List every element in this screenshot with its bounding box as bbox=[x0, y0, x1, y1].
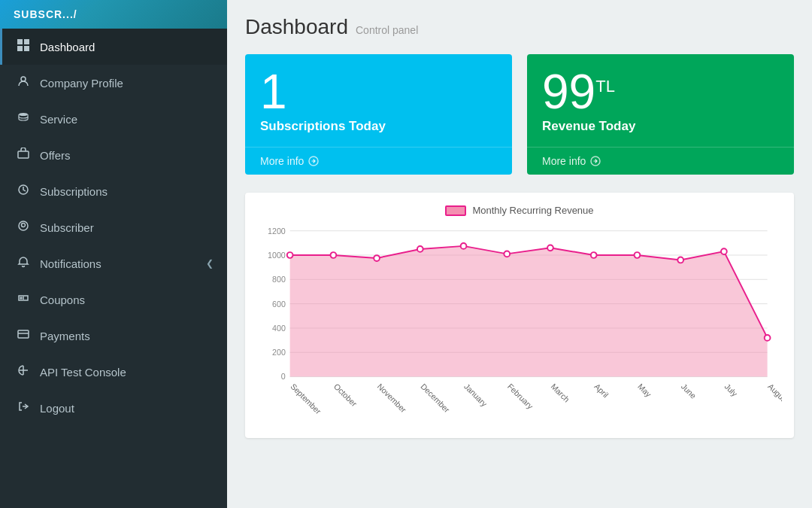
chart-legend-label: Monthly Recurring Revenue bbox=[472, 205, 593, 216]
nav-icon-logout bbox=[16, 400, 31, 415]
y-tick-label: 1200 bbox=[268, 227, 286, 236]
svg-rect-12 bbox=[18, 330, 29, 338]
nav-icon-company-profile bbox=[16, 75, 31, 90]
arrow-circle-icon bbox=[308, 156, 319, 166]
y-tick-label: 800 bbox=[272, 275, 286, 284]
nav-label-coupons: Coupons bbox=[40, 294, 85, 306]
x-tick-label: May bbox=[636, 382, 653, 399]
nav-label-payments: Payments bbox=[40, 330, 90, 342]
sidebar-item-coupons[interactable]: Coupons bbox=[0, 281, 227, 318]
y-tick-label: 0 bbox=[281, 372, 286, 381]
x-tick-label: September bbox=[289, 382, 323, 416]
nav-label-notifications: Notifications bbox=[40, 257, 102, 270]
sidebar-item-payments[interactable]: Payments bbox=[0, 318, 227, 354]
chart-area bbox=[290, 246, 768, 377]
sidebar-item-offers[interactable]: Offers bbox=[0, 137, 227, 173]
data-point bbox=[721, 248, 727, 254]
main-content: Dashboard Control panel 1 Subscriptions … bbox=[227, 0, 812, 508]
x-tick-label: November bbox=[376, 382, 409, 415]
data-point bbox=[374, 255, 380, 261]
card-suffix-revenue-today: TL bbox=[595, 77, 615, 96]
chart-legend: Monthly Recurring Revenue bbox=[257, 205, 782, 216]
nav-icon-coupons bbox=[16, 292, 31, 307]
y-tick-label: 200 bbox=[272, 348, 286, 357]
data-point bbox=[635, 252, 641, 258]
data-point bbox=[330, 252, 336, 258]
nav-label-dashboard: Dashboard bbox=[40, 41, 95, 53]
y-tick-label: 1000 bbox=[268, 251, 286, 260]
nav-label-api-test-console: API Test Console bbox=[40, 366, 126, 379]
svg-rect-1 bbox=[24, 39, 29, 44]
sidebar-item-notifications[interactable]: Notifications ❮ bbox=[0, 245, 227, 281]
card-revenue-today: 99TL Revenue Today More info bbox=[527, 54, 794, 175]
sidebar-header: SUBSCR.../ bbox=[0, 0, 227, 29]
card-value-revenue-today: 99TL bbox=[542, 68, 779, 116]
card-subscriptions-today: 1 Subscriptions Today More info bbox=[245, 54, 512, 175]
nav-icon-dashboard bbox=[16, 39, 31, 54]
svg-rect-3 bbox=[24, 46, 29, 51]
card-label-revenue-today: Revenue Today bbox=[542, 119, 779, 144]
cards-row: 1 Subscriptions Today More info 99TL Rev… bbox=[245, 54, 794, 175]
nav-arrow-notifications: ❮ bbox=[206, 258, 214, 269]
nav-label-subscriber: Subscriber bbox=[40, 221, 94, 234]
card-label-subscriptions-today: Subscriptions Today bbox=[260, 119, 497, 144]
x-tick-label: October bbox=[332, 382, 359, 409]
sidebar-item-subscriptions[interactable]: Subscriptions bbox=[0, 173, 227, 209]
data-point bbox=[591, 252, 597, 258]
data-point bbox=[547, 245, 553, 251]
sidebar-item-logout[interactable]: Logout bbox=[0, 390, 227, 426]
sidebar-item-api-test-console[interactable]: API Test Console bbox=[0, 354, 227, 390]
nav-icon-subscriptions bbox=[16, 184, 31, 199]
sidebar-nav: Dashboard Company Profile Service Offers… bbox=[0, 29, 227, 508]
legend-box bbox=[445, 205, 466, 216]
card-value-subscriptions-today: 1 bbox=[260, 68, 497, 116]
nav-label-service: Service bbox=[40, 113, 77, 126]
x-tick-label: August bbox=[766, 382, 782, 406]
nav-icon-offers bbox=[16, 148, 31, 163]
nav-icon-payments bbox=[16, 328, 31, 343]
svg-rect-0 bbox=[17, 39, 23, 44]
page-title: Dashboard bbox=[245, 15, 348, 39]
nav-label-subscriptions: Subscriptions bbox=[40, 185, 108, 198]
sidebar-item-subscriber[interactable]: Subscriber bbox=[0, 209, 227, 245]
sidebar-item-dashboard[interactable]: Dashboard bbox=[0, 29, 227, 65]
x-tick-label: January bbox=[462, 382, 489, 409]
card-footer-revenue-today[interactable]: More info bbox=[527, 147, 794, 175]
nav-icon-api-test-console bbox=[16, 364, 31, 379]
svg-point-8 bbox=[22, 224, 26, 227]
arrow-circle-icon bbox=[590, 156, 601, 166]
sidebar-item-company-profile[interactable]: Company Profile bbox=[0, 65, 227, 101]
sidebar-item-service[interactable]: Service bbox=[0, 101, 227, 137]
nav-label-company-profile: Company Profile bbox=[40, 77, 123, 90]
y-tick-label: 600 bbox=[272, 300, 286, 309]
x-tick-label: April bbox=[592, 382, 611, 400]
data-point bbox=[765, 335, 771, 341]
sidebar-brand: SUBSCR.../ bbox=[14, 8, 77, 20]
page-subtitle: Control panel bbox=[356, 24, 418, 36]
svg-point-10 bbox=[20, 297, 22, 299]
nav-label-logout: Logout bbox=[40, 402, 74, 415]
x-tick-label: December bbox=[419, 382, 452, 415]
chart-container: Monthly Recurring Revenue 02004006008001… bbox=[245, 193, 794, 438]
nav-icon-service bbox=[16, 111, 31, 126]
sidebar: SUBSCR.../ Dashboard Company Profile Ser… bbox=[0, 0, 227, 508]
nav-icon-subscriber bbox=[16, 220, 31, 235]
x-tick-label: July bbox=[723, 382, 739, 398]
svg-point-4 bbox=[21, 77, 26, 81]
chart-svg: 020040060080010001200SeptemberOctoberNov… bbox=[257, 224, 782, 427]
nav-icon-notifications bbox=[16, 256, 31, 271]
y-tick-label: 400 bbox=[272, 324, 286, 333]
page-header: Dashboard Control panel bbox=[245, 15, 794, 39]
data-point bbox=[677, 257, 683, 263]
data-point bbox=[287, 252, 293, 258]
nav-label-offers: Offers bbox=[40, 149, 71, 162]
data-point bbox=[504, 251, 510, 257]
x-tick-label: June bbox=[680, 382, 698, 400]
card-footer-subscriptions-today[interactable]: More info bbox=[245, 147, 512, 175]
svg-point-5 bbox=[19, 113, 28, 116]
svg-rect-6 bbox=[18, 151, 29, 158]
x-tick-label: March bbox=[550, 382, 571, 403]
data-point bbox=[417, 246, 423, 252]
data-point bbox=[461, 243, 467, 249]
svg-rect-2 bbox=[17, 46, 23, 51]
